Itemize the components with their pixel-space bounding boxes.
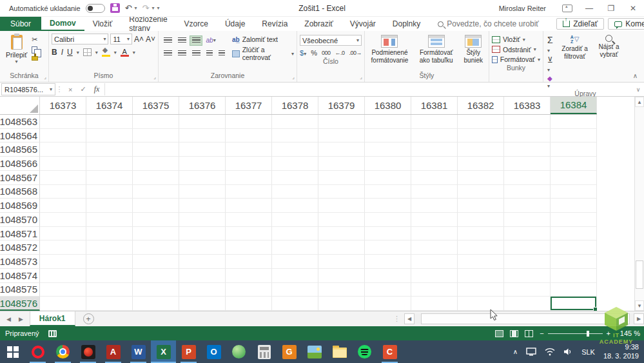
cell[interactable]	[86, 115, 133, 129]
cell-styles-button[interactable]: Štýly buniek	[461, 34, 486, 71]
cell[interactable]	[365, 185, 411, 199]
wrap-text-button[interactable]: ab̲Zalomiť text	[232, 35, 294, 43]
delete-cells-button[interactable]: Odstrániť▾	[492, 46, 540, 54]
bold-icon[interactable]: B	[52, 48, 57, 57]
column-header[interactable]: 16379	[318, 97, 365, 114]
align-center-icon[interactable]	[175, 48, 188, 59]
cell[interactable]	[318, 240, 365, 255]
taskbar-calculator-icon[interactable]	[251, 340, 277, 363]
tab-rozloženie-strany[interactable]: Rozloženie strany	[121, 17, 175, 31]
cell[interactable]	[365, 297, 411, 311]
tab-údaje[interactable]: Údaje	[217, 17, 253, 31]
next-sheet-icon[interactable]: ▶	[19, 316, 23, 322]
cell[interactable]	[411, 283, 458, 297]
cell[interactable]	[40, 283, 86, 297]
fill-icon[interactable]: ⊻ ▾	[547, 55, 554, 74]
cell[interactable]	[272, 185, 318, 199]
cell[interactable]	[226, 115, 272, 129]
merge-center-button[interactable]: Zlúčiť a centrovať▾	[232, 46, 294, 61]
fill-color-dropdown-icon[interactable]: ▾	[114, 50, 117, 55]
cell[interactable]	[318, 115, 365, 129]
cell[interactable]	[40, 115, 86, 129]
cell[interactable]	[179, 255, 226, 269]
cell[interactable]	[226, 157, 272, 171]
column-header[interactable]: 16373	[40, 97, 86, 114]
taskbar-sphere-icon[interactable]	[226, 340, 251, 363]
cell[interactable]	[551, 269, 597, 283]
find-select-button[interactable]: Nájsť a vybrať	[593, 34, 625, 89]
language-indicator[interactable]: SLK	[581, 348, 595, 356]
paste-button[interactable]: Prilepiť ▾	[3, 34, 30, 71]
search-input[interactable]	[447, 19, 556, 28]
cell[interactable]	[86, 129, 133, 143]
cell[interactable]	[179, 213, 226, 227]
cell[interactable]	[133, 142, 179, 157]
font-color-dropdown-icon[interactable]: ▾	[133, 50, 135, 55]
normal-view-icon[interactable]	[495, 330, 503, 337]
cell[interactable]	[504, 129, 551, 143]
user-name[interactable]: Miroslav Reiter	[499, 5, 546, 12]
confirm-entry-icon[interactable]: ✓	[80, 85, 86, 93]
cancel-entry-icon[interactable]: ×	[68, 86, 72, 93]
cell[interactable]	[40, 269, 86, 283]
cell[interactable]	[226, 227, 272, 241]
align-right-icon[interactable]	[190, 48, 202, 59]
column-header[interactable]: 16383	[504, 97, 551, 114]
cell[interactable]	[226, 213, 272, 227]
orientation-icon[interactable]: ab▾	[204, 35, 218, 46]
save-icon[interactable]	[110, 3, 120, 13]
cell[interactable]	[272, 157, 318, 171]
vertical-scrollbar[interactable]: ▲ ▼	[634, 97, 644, 311]
cell[interactable]	[551, 213, 597, 227]
cell[interactable]	[365, 142, 411, 157]
cell[interactable]	[133, 227, 179, 241]
cell[interactable]	[318, 171, 365, 185]
borders-icon[interactable]	[83, 48, 92, 56]
redo-caret-icon[interactable]: ▾	[152, 5, 155, 11]
cell[interactable]	[226, 269, 272, 283]
cell[interactable]	[272, 269, 318, 283]
cell[interactable]	[86, 185, 133, 199]
cell[interactable]	[318, 213, 365, 227]
paste-dropdown-icon[interactable]: ▾	[15, 59, 18, 64]
cell[interactable]	[133, 157, 179, 171]
tab-revízia[interactable]: Revízia	[253, 17, 296, 31]
cell[interactable]	[458, 240, 504, 255]
cell[interactable]	[272, 283, 318, 297]
cell[interactable]	[318, 297, 365, 311]
row-header[interactable]: 1048566	[0, 157, 40, 171]
cell[interactable]	[504, 157, 551, 171]
name-box[interactable]: R1048576...▾	[1, 83, 55, 95]
increase-decimal-icon[interactable]: ←.0	[335, 50, 344, 56]
percent-style-icon[interactable]: %	[311, 49, 317, 57]
cell[interactable]	[86, 142, 133, 157]
cell[interactable]	[365, 269, 411, 283]
undo-icon[interactable]: ↶	[125, 4, 132, 12]
cell[interactable]	[504, 269, 551, 283]
insert-cells-button[interactable]: Vložiť▾	[492, 35, 540, 43]
tab-vložiť[interactable]: Vložiť	[84, 17, 121, 31]
cell[interactable]	[133, 269, 179, 283]
zoom-out-icon[interactable]: −	[540, 329, 543, 337]
cell[interactable]	[318, 255, 365, 269]
autosave-toggle[interactable]	[86, 4, 105, 13]
cell[interactable]	[226, 297, 272, 311]
cell[interactable]	[133, 283, 179, 297]
cell[interactable]	[504, 255, 551, 269]
zoom-in-icon[interactable]: +	[607, 329, 610, 337]
cell[interactable]	[365, 255, 411, 269]
cell[interactable]	[411, 227, 458, 241]
autosum-icon[interactable]: Σ ▾	[547, 35, 554, 54]
row-header[interactable]: 1048573	[0, 255, 40, 269]
column-header[interactable]: 16378	[272, 97, 318, 114]
underline-dropdown-icon[interactable]: ▾	[77, 50, 79, 55]
cut-icon[interactable]: ✂	[32, 35, 38, 44]
cell[interactable]	[179, 283, 226, 297]
cell[interactable]	[458, 185, 504, 199]
collapse-ribbon-icon[interactable]: ∧	[633, 72, 644, 82]
cell[interactable]	[551, 171, 597, 185]
dialog-launcher-icon[interactable]: ⌟	[360, 74, 362, 80]
font-color-icon[interactable]: A	[121, 48, 129, 57]
zoom-thumb[interactable]	[587, 331, 589, 337]
taskbar-word-icon[interactable]: W	[126, 340, 151, 363]
